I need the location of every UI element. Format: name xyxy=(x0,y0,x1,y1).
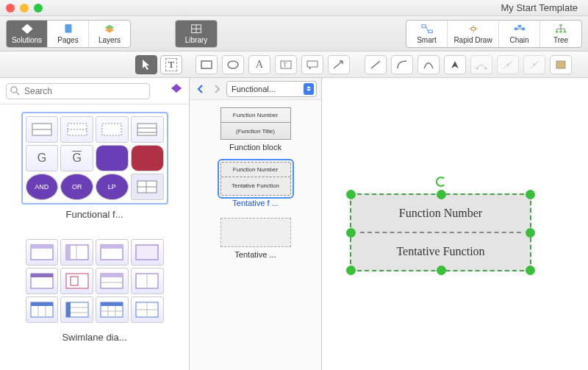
zoom-window-button[interactable] xyxy=(34,4,43,13)
text-tool[interactable]: T xyxy=(160,55,182,74)
library-item-tentative-function[interactable]: Function Number Tentative Function Tenta… xyxy=(190,162,321,207)
svg-rect-46 xyxy=(66,245,71,260)
curve-tool-button[interactable] xyxy=(391,55,413,74)
stencil-cell xyxy=(131,174,164,200)
stencil-cell xyxy=(60,239,93,266)
fill-swatch-button[interactable] xyxy=(550,55,572,74)
window-traffic-lights xyxy=(6,4,43,13)
resize-handle-tl[interactable] xyxy=(346,190,356,199)
svg-point-25 xyxy=(485,67,487,69)
svg-rect-56 xyxy=(101,274,123,277)
rapid-draw-label: Rapid Draw xyxy=(453,36,492,44)
library-item-tentative-empty[interactable]: Tentative ... xyxy=(190,218,321,259)
stencil-cell xyxy=(26,296,59,323)
pointer-tool[interactable] xyxy=(135,55,157,74)
svg-rect-4 xyxy=(421,25,425,28)
path-cut-button[interactable] xyxy=(523,55,545,74)
resize-handle-bl[interactable] xyxy=(346,266,356,275)
stencil-group-functional[interactable]: G G AND OR LP Functional f... xyxy=(9,112,180,220)
svg-rect-11 xyxy=(514,28,517,31)
svg-rect-13 xyxy=(517,25,520,28)
tree-button[interactable]: Tree xyxy=(540,21,581,47)
shape-top-text: Function Number xyxy=(221,108,290,123)
library-items: Function Number (Function Title) Functio… xyxy=(190,100,321,370)
home-icon[interactable] xyxy=(170,82,183,99)
minimize-window-button[interactable] xyxy=(20,4,29,13)
solutions-button[interactable]: Solutions xyxy=(7,21,48,47)
stencil-cell: G xyxy=(60,145,93,171)
smart-label: Smart xyxy=(417,36,437,44)
svg-rect-52 xyxy=(31,274,53,277)
svg-text:T: T xyxy=(283,61,287,68)
stencil-cell xyxy=(26,268,59,294)
svg-rect-16 xyxy=(556,31,559,33)
library-group: Library xyxy=(175,20,218,48)
selected-shape[interactable]: Function Number Tentative Function xyxy=(350,193,531,271)
window-title: My Start Template xyxy=(43,2,582,13)
svg-rect-17 xyxy=(559,31,562,33)
path-edit-2-button[interactable] xyxy=(497,55,519,74)
svg-rect-36 xyxy=(102,124,121,135)
text-frame-button[interactable]: T xyxy=(275,55,297,74)
nav-back-button[interactable] xyxy=(194,82,207,96)
close-window-button[interactable] xyxy=(6,4,15,13)
stencil-cell: LP xyxy=(96,174,129,200)
layers-button[interactable]: Layers xyxy=(89,21,130,47)
rotate-handle[interactable] xyxy=(436,177,446,187)
line-tool-button[interactable] xyxy=(365,55,387,74)
svg-rect-18 xyxy=(564,31,567,33)
path-edit-1-button[interactable] xyxy=(470,55,492,74)
canvas[interactable]: Function Number Tentative Function xyxy=(322,78,588,370)
nav-forward-button[interactable] xyxy=(210,82,223,96)
chain-icon xyxy=(513,24,526,35)
arrow-shape-button[interactable] xyxy=(328,55,350,74)
text-shape-button[interactable]: A xyxy=(248,55,270,74)
shape-toolbar: T A T xyxy=(0,51,588,78)
chain-label: Chain xyxy=(509,36,528,44)
library-dropdown-label: Functional... xyxy=(232,85,276,93)
svg-rect-37 xyxy=(137,124,157,135)
svg-rect-0 xyxy=(65,24,71,33)
chain-button[interactable]: Chain xyxy=(499,21,540,47)
svg-line-31 xyxy=(16,92,19,95)
stencil-cell xyxy=(96,239,129,266)
diamond-icon xyxy=(21,24,34,35)
stencil-grid: G G AND OR LP xyxy=(21,112,168,204)
main-toolbar: Solutions Pages Layers Library Smart Rap… xyxy=(0,16,588,51)
search-icon xyxy=(10,86,20,98)
stencil-cell xyxy=(60,268,93,294)
dropdown-caret-icon xyxy=(304,83,314,95)
layers-label: Layers xyxy=(98,36,121,44)
rapid-draw-button[interactable]: Rapid Draw xyxy=(448,21,499,47)
ellipse-shape-button[interactable] xyxy=(222,55,244,74)
library-dropdown[interactable]: Functional... xyxy=(226,81,317,97)
library-item-function-block[interactable]: Function Number (Function Title) Functio… xyxy=(190,107,321,152)
shape-line-2: Tentative Function xyxy=(351,233,530,270)
library-item-label: Tentative ... xyxy=(190,250,321,259)
library-label: Library xyxy=(185,36,208,44)
library-button[interactable]: Library xyxy=(176,21,217,47)
resize-handle-tm[interactable] xyxy=(437,190,446,199)
svg-point-30 xyxy=(11,87,17,93)
search-input[interactable] xyxy=(6,83,150,99)
tree-icon xyxy=(554,24,567,35)
pages-button[interactable]: Pages xyxy=(48,21,89,47)
smart-button[interactable]: Smart xyxy=(406,21,448,47)
resize-handle-tr[interactable] xyxy=(526,190,535,199)
arc-tool-button[interactable] xyxy=(417,55,440,74)
svg-rect-65 xyxy=(66,302,71,317)
svg-point-20 xyxy=(228,61,238,68)
callout-shape-button[interactable] xyxy=(301,55,323,74)
stencil-cell xyxy=(131,296,164,323)
pen-tool-button[interactable] xyxy=(444,55,466,74)
stencil-cell xyxy=(96,268,129,294)
svg-rect-49 xyxy=(101,245,123,249)
sidebar: G G AND OR LP Functional f... xyxy=(0,78,190,370)
resize-handle-ml[interactable] xyxy=(346,228,356,238)
resize-handle-bm[interactable] xyxy=(437,266,446,275)
stencil-group-swimlane[interactable]: Swimlane dia... xyxy=(9,235,180,343)
rect-shape-button[interactable] xyxy=(196,55,218,74)
resize-handle-mr[interactable] xyxy=(526,228,535,238)
stencil-cell: OR xyxy=(60,174,93,200)
resize-handle-br[interactable] xyxy=(526,266,535,275)
